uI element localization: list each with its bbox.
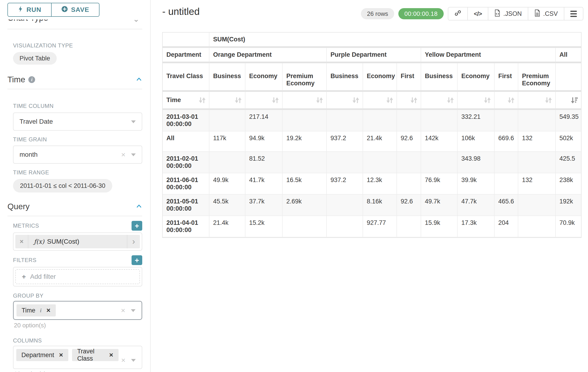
column-sort-header[interactable] — [209, 91, 245, 109]
chevron-right-icon[interactable]: › — [127, 235, 140, 248]
chevron-down-icon — [131, 359, 136, 362]
view-query-button[interactable]: </> — [467, 7, 488, 20]
clear-icon[interactable]: × — [121, 150, 126, 159]
group-by-label: GROUP BY — [13, 292, 142, 299]
visualization-type-pill[interactable]: Pivot Table — [13, 52, 57, 65]
value-cell — [494, 109, 518, 131]
columns-tag-label: Department — [21, 351, 54, 359]
code-icon: </> — [474, 10, 482, 17]
value-cell: 192k — [556, 194, 581, 216]
value-cell: 21.4k — [363, 131, 397, 152]
save-button[interactable]: SAVE — [51, 3, 99, 16]
class-header: Economy — [363, 63, 397, 91]
value-cell — [518, 109, 556, 131]
table-row: 2011-06-01 00:00:0049.9k41.7k16.5k937.21… — [163, 173, 581, 194]
share-link-button[interactable] — [448, 7, 467, 20]
metric-header-row: SUM(Cost) — [163, 32, 581, 47]
class-header: Economy — [245, 63, 282, 91]
row-label: 2011-06-01 00:00:00 — [163, 173, 209, 194]
sort-icon — [410, 97, 417, 104]
section-divider — [7, 216, 142, 216]
export-json-button[interactable]: .JSON — [488, 7, 528, 20]
column-sort-header[interactable] — [245, 91, 282, 109]
value-cell: 76.9k — [421, 173, 457, 194]
columns-tag[interactable]: Travel Class ✕ — [72, 349, 118, 361]
value-cell: 45.5k — [209, 194, 245, 216]
department-group-header: Purple Department — [326, 47, 421, 63]
value-cell: 47.7k — [457, 194, 494, 216]
chevron-down-icon — [131, 120, 136, 123]
run-button[interactable]: RUN — [8, 3, 51, 16]
value-cell — [363, 152, 397, 173]
value-cell — [421, 152, 457, 173]
value-cell — [282, 109, 326, 131]
remove-tag-icon[interactable]: ✕ — [59, 352, 63, 358]
menu-button[interactable] — [564, 7, 583, 20]
filters-container: + Add filter — [13, 267, 142, 287]
time-section-header: Time i — [7, 75, 142, 84]
file-json-icon — [494, 10, 500, 18]
sort-desc-icon — [571, 97, 578, 104]
group-by-select[interactable]: Time i ✕ × — [13, 301, 142, 320]
sort-icon — [316, 97, 323, 104]
column-sort-header[interactable] — [397, 91, 421, 109]
column-sort-header[interactable] — [326, 91, 363, 109]
column-sort-header[interactable] — [421, 91, 457, 109]
add-filter-plus-button[interactable]: + — [132, 255, 142, 265]
columns-tag[interactable]: Department ✕ — [16, 349, 68, 361]
time-column-select[interactable]: Travel Date — [13, 113, 142, 131]
column-sort-header[interactable] — [363, 91, 397, 109]
corner-cell — [163, 32, 209, 47]
metrics-container: × ƒ(x) SUM(Cost) › — [13, 233, 142, 251]
collapse-chevron-icon[interactable] — [136, 77, 142, 82]
time-grain-label: TIME GRAIN — [13, 136, 142, 143]
add-metric-button[interactable]: + — [132, 221, 142, 231]
link-icon — [454, 10, 461, 18]
column-sort-header[interactable] — [518, 91, 556, 109]
column-sort-header[interactable] — [457, 91, 494, 109]
clear-icon[interactable]: × — [121, 356, 126, 364]
chevron-down-icon — [131, 309, 136, 312]
travel-class-axis-label: Travel Class — [163, 63, 209, 91]
value-cell: 70.9k — [556, 216, 581, 237]
clear-icon[interactable]: × — [121, 306, 125, 315]
export-csv-button[interactable]: .CSV — [528, 7, 564, 20]
column-sort-header[interactable] — [494, 91, 518, 109]
value-cell: 502k — [556, 131, 581, 152]
class-header: Business — [209, 63, 245, 91]
value-cell: 2.69k — [282, 194, 326, 216]
remove-tag-icon[interactable]: ✕ — [46, 307, 51, 314]
class-header: Premium Economy — [282, 63, 326, 91]
add-filter-button[interactable]: + Add filter — [15, 269, 140, 284]
department-header-row: Department Orange Department Purple Depa… — [163, 47, 581, 63]
metrics-label: METRICS — [13, 223, 39, 229]
time-sort-header[interactable]: Time — [163, 91, 209, 109]
department-axis-label: Department — [163, 47, 209, 63]
value-cell — [282, 216, 326, 237]
remove-metric-icon[interactable]: × — [15, 235, 28, 248]
value-cell: 15.2k — [245, 216, 282, 237]
value-cell: 106k — [457, 131, 494, 152]
table-row: 2011-03-01 00:00:00217.14332.21549.35 — [163, 109, 581, 131]
control-sidebar: Chart Type RUN SAVE — [0, 0, 151, 372]
value-cell: 142k — [421, 131, 457, 152]
time-grain-select[interactable]: month × — [13, 146, 142, 164]
value-cell: 217.14 — [245, 109, 282, 131]
row-label: All — [163, 131, 209, 152]
group-by-tag[interactable]: Time i ✕ — [17, 304, 56, 317]
group-by-tag-label: Time — [22, 307, 35, 314]
metric-pill[interactable]: × ƒ(x) SUM(Cost) › — [15, 235, 140, 248]
table-body: 2011-03-01 00:00:00217.14332.21549.35All… — [163, 109, 581, 237]
columns-tag-label: Travel Class — [77, 348, 104, 362]
columns-select[interactable]: Department ✕ Travel Class ✕ × — [13, 346, 142, 369]
collapse-chevron-icon[interactable] — [136, 204, 142, 209]
column-sort-header[interactable] — [282, 91, 326, 109]
remove-tag-icon[interactable]: ✕ — [109, 352, 113, 358]
column-sort-header-active-desc[interactable] — [556, 91, 581, 109]
time-grain-value: month — [20, 151, 38, 158]
metric-header-cell: SUM(Cost) — [209, 32, 581, 47]
time-range-pill[interactable]: 2011-01-01 ≤ col < 2011-06-30 — [13, 179, 112, 192]
value-cell: 39.9k — [457, 173, 494, 194]
value-cell: 16.5k — [282, 173, 326, 194]
info-icon: i — [28, 76, 35, 83]
